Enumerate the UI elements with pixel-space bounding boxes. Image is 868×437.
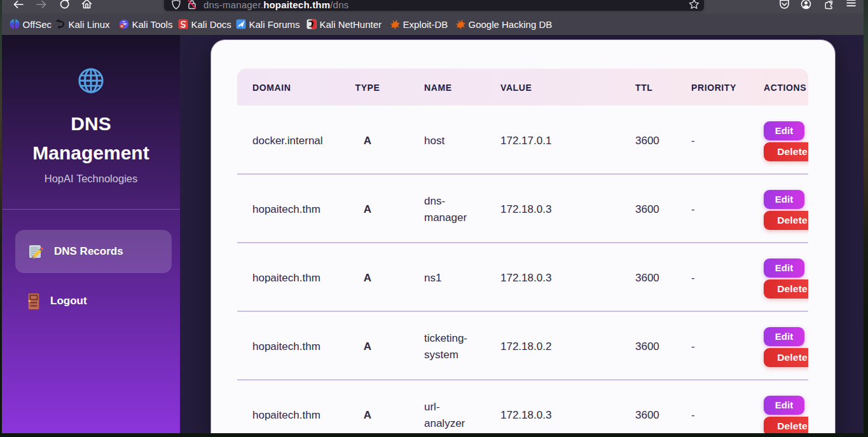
svg-text:π: π — [121, 24, 123, 28]
